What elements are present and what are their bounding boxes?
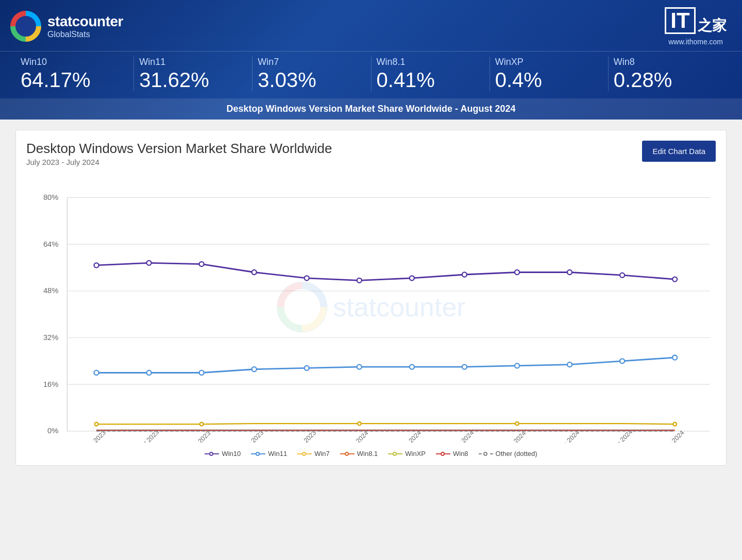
win11-dot-5 [305, 366, 309, 370]
legend-item-win8.1: Win8.1 [340, 450, 378, 457]
os-pct: 64.17% [21, 69, 128, 91]
win10-dot-5 [305, 276, 309, 280]
win11-dot-8 [462, 364, 467, 369]
chart-subtitle: July 2023 - July 2024 [26, 158, 332, 166]
ithome-url: www.ithome.com [665, 38, 727, 46]
logo-text-area: statcounter GlobalStats [47, 13, 123, 39]
legend-label: Win8.1 [357, 450, 378, 457]
svg-text:80%: 80% [43, 193, 58, 201]
os-name: Win8 [614, 57, 721, 67]
ithome-zh: 之家 [698, 18, 727, 33]
legend-label: Win11 [268, 450, 287, 457]
chart-title-area: Desktop Windows Version Market Share Wor… [26, 141, 332, 166]
win11-line [96, 358, 675, 372]
os-pct: 0.41% [377, 69, 484, 91]
os-pct: 3.03% [258, 69, 365, 91]
svg-point-3 [295, 300, 309, 314]
ithome-it: IT [665, 7, 695, 34]
svg-text:48%: 48% [43, 286, 58, 295]
legend-item-winxp: WinXP [388, 450, 426, 457]
ithome-logo: IT 之家 www.ithome.com [665, 7, 727, 46]
win11-dot-10 [567, 362, 572, 367]
win7-dot-12 [673, 422, 677, 426]
svg-point-1 [21, 21, 31, 31]
legend-item-win8: Win8 [436, 450, 468, 457]
win11-dot-3 [199, 370, 204, 375]
stat-item-win7: Win73.03% [252, 57, 371, 91]
win7-dot-3 [200, 422, 204, 426]
win10-dot-2 [147, 261, 151, 265]
win7-line [96, 423, 675, 424]
legend-item-other-(dotted): Other (dotted) [479, 450, 537, 457]
win11-dot-11 [620, 359, 625, 363]
legend-label: WinXP [405, 450, 426, 457]
header-title-bar: Desktop Windows Version Market Share Wor… [0, 98, 742, 120]
legend-label: Other (dotted) [496, 450, 537, 457]
os-name: Win7 [258, 57, 365, 67]
chart-container: Desktop Windows Version Market Share Wor… [15, 130, 727, 466]
win10-dot-9 [515, 270, 519, 275]
legend-swatch [205, 451, 219, 457]
legend-item-win10: Win10 [205, 450, 241, 457]
win10-dot-10 [567, 270, 572, 275]
header: statcounter GlobalStats IT 之家 www.ithome… [0, 0, 742, 120]
watermark-icon [276, 281, 328, 333]
win7-dot-9 [515, 422, 519, 426]
stat-item-winxp: WinXP0.4% [490, 57, 609, 91]
brand-sub: GlobalStats [47, 30, 123, 39]
watermark-text: statcounter [333, 292, 465, 323]
svg-text:16%: 16% [43, 380, 58, 388]
win10-dot-7 [410, 276, 414, 280]
win10-dot-11 [620, 273, 625, 277]
stat-item-win11: Win1131.62% [134, 57, 252, 91]
legend-label: Win7 [314, 450, 330, 457]
legend-swatch [479, 451, 493, 457]
legend-item-win11: Win11 [251, 450, 287, 457]
stats-bar: Win1064.17%Win1131.62%Win73.03%Win8.10.4… [0, 51, 742, 98]
svg-text:32%: 32% [43, 333, 58, 342]
os-name: Win11 [139, 57, 247, 67]
header-top: statcounter GlobalStats IT 之家 www.ithome… [0, 0, 742, 51]
legend: Win10 Win11 Win7 Win8.1 WinXP Win8 [26, 450, 716, 457]
win11-dot-6 [357, 364, 362, 369]
brand-name: statcounter [47, 13, 123, 30]
chart-title: Desktop Windows Version Market Share Wor… [26, 141, 332, 157]
win7-dot-1 [95, 422, 98, 426]
stat-item-win8: Win80.28% [609, 57, 727, 91]
os-name: Win8.1 [377, 57, 484, 67]
legend-swatch [297, 451, 312, 457]
os-pct: 0.4% [495, 69, 603, 91]
legend-label: Win10 [222, 450, 241, 457]
win11-dot-4 [252, 367, 257, 371]
win11-dot-9 [515, 363, 519, 368]
win10-dot-12 [672, 277, 677, 281]
win10-dot-3 [199, 262, 204, 266]
stat-item-win10: Win1064.17% [15, 57, 134, 91]
svg-text:64%: 64% [43, 240, 58, 248]
watermark: statcounter [276, 281, 465, 333]
os-name: Win10 [21, 57, 128, 67]
win10-dot-4 [252, 270, 257, 275]
os-name: WinXP [495, 57, 603, 67]
chart-svg-wrapper: statcounter 80% 64% 48% 32% 16% 0% Aug 2… [26, 174, 716, 445]
win10-dot-1 [94, 263, 99, 267]
legend-swatch [388, 451, 402, 457]
legend-swatch [436, 451, 450, 457]
chart-header: Desktop Windows Version Market Share Wor… [26, 141, 716, 166]
statcounter-logo-icon [10, 11, 41, 42]
legend-swatch [340, 451, 355, 457]
svg-text:0%: 0% [47, 427, 58, 435]
logo-area: statcounter GlobalStats [10, 11, 123, 42]
win11-dot-2 [147, 370, 151, 375]
win10-line [96, 263, 675, 280]
win11-dot-7 [410, 364, 414, 369]
legend-item-win7: Win7 [297, 450, 330, 457]
edit-chart-button[interactable]: Edit Chart Data [642, 141, 716, 162]
os-pct: 31.62% [139, 69, 247, 91]
os-pct: 0.28% [614, 69, 721, 91]
win10-dot-8 [462, 272, 467, 277]
legend-swatch [251, 451, 265, 457]
win11-dot-1 [94, 370, 99, 375]
win7-dot-6 [358, 422, 361, 426]
stat-item-win8.1: Win8.10.41% [372, 57, 490, 91]
